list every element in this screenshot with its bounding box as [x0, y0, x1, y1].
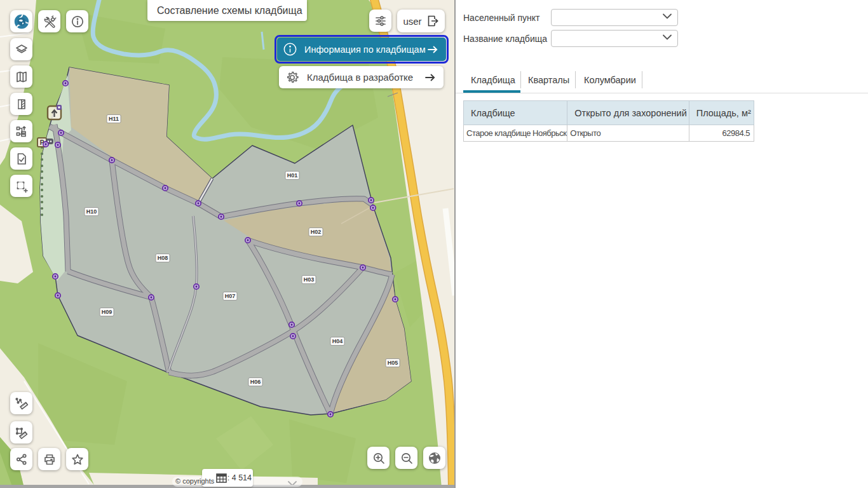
svg-text:Н01: Н01 — [287, 172, 298, 179]
svg-text:Н03: Н03 — [304, 276, 315, 283]
svg-text:Н07: Н07 — [225, 293, 236, 299]
svg-text:Н04: Н04 — [332, 338, 343, 344]
svg-text:Н08: Н08 — [158, 255, 168, 261]
svg-text:Н06: Н06 — [250, 379, 261, 385]
svg-text:Н11: Н11 — [109, 116, 119, 122]
svg-text:Н05: Н05 — [388, 360, 398, 366]
svg-text:Н02: Н02 — [311, 229, 322, 235]
svg-text:Н09: Н09 — [102, 309, 112, 315]
svg-text:Н10: Н10 — [86, 208, 97, 215]
